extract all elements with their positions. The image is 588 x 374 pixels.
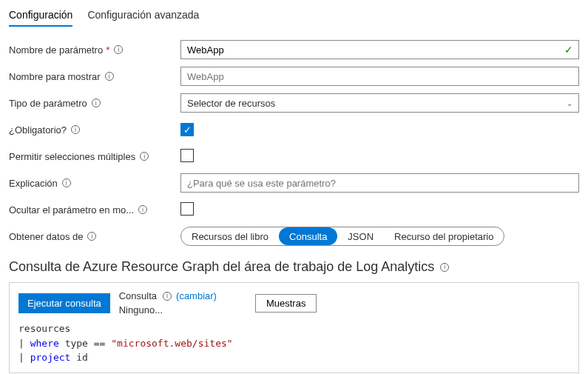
tab-advanced-configuration[interactable]: Configuración avanzada	[87, 6, 199, 27]
label-explanation: Explicación i	[9, 178, 180, 189]
required-asterisk: *	[106, 44, 109, 56]
label-required: ¿Obligatorio? i	[9, 124, 180, 136]
info-icon[interactable]: i	[71, 125, 80, 134]
param-type-select[interactable]: Selector de recursos ⌄	[180, 93, 579, 113]
run-query-button[interactable]: Ejecutar consulta	[18, 293, 110, 313]
data-source-pills: Recursos del libro Consulta JSON Recurso…	[180, 227, 504, 246]
tab-configuration[interactable]: Configuración	[9, 6, 72, 27]
pill-owner-resource[interactable]: Recurso del propietario	[384, 227, 504, 245]
query-section-title: Consulta de Azure Resource Graph del áre…	[9, 259, 579, 275]
info-icon[interactable]: i	[87, 232, 96, 241]
label-allow-multi: Permitir selecciones múltiples i	[9, 151, 180, 162]
explanation-input[interactable]	[180, 173, 579, 193]
info-icon[interactable]: i	[138, 205, 147, 214]
allow-multi-checkbox[interactable]	[180, 149, 194, 162]
ninguno-label: Ninguno...	[119, 304, 163, 315]
label-get-data-from: Obtener datos de i	[9, 231, 180, 242]
label-param-name: Nombre de parámetro * i	[9, 44, 180, 56]
query-editor[interactable]: resources | where type == "microsoft.web…	[18, 321, 570, 365]
display-name-input[interactable]	[180, 67, 579, 86]
pill-query[interactable]: Consulta	[279, 227, 337, 245]
info-icon[interactable]: i	[92, 98, 101, 107]
pill-book-resources[interactable]: Recursos del libro	[181, 227, 279, 245]
change-link[interactable]: (cambiar)	[176, 290, 217, 301]
hide-param-checkbox[interactable]	[180, 202, 194, 216]
checkmark-icon: ✓	[564, 44, 573, 56]
pill-json[interactable]: JSON	[337, 227, 384, 245]
info-icon[interactable]: i	[140, 152, 149, 161]
consulta-label: Consulta	[119, 290, 157, 301]
info-icon[interactable]: i	[62, 178, 71, 187]
label-param-type: Tipo de parámetro i	[9, 98, 180, 109]
info-icon[interactable]: i	[163, 292, 172, 301]
query-panel: Ejecutar consulta Consulta i (cambiar) N…	[9, 282, 579, 373]
tabs-bar: Configuración Configuración avanzada	[9, 6, 579, 27]
info-icon[interactable]: i	[105, 72, 114, 81]
label-hide-param: Ocultar el parámetro en mo... i	[9, 204, 180, 216]
checkmark-icon: ✓	[183, 125, 192, 135]
param-name-input[interactable]	[180, 40, 579, 59]
info-icon[interactable]: i	[114, 45, 123, 54]
label-display-name: Nombre para mostrar i	[9, 71, 180, 82]
chevron-down-icon: ⌄	[567, 99, 572, 107]
info-icon[interactable]: i	[440, 263, 449, 272]
required-checkbox[interactable]: ✓	[180, 123, 194, 136]
samples-button[interactable]: Muestras	[255, 294, 317, 313]
